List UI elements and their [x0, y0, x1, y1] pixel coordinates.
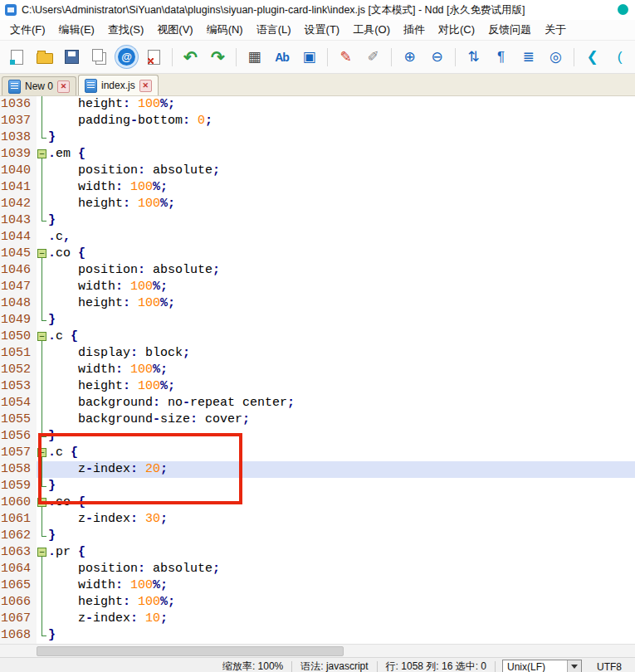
menu-item[interactable]: 编码(N) — [200, 20, 250, 40]
fold-collapse-icon[interactable]: − — [37, 149, 46, 158]
code-line: 1055 background-size: cover; — [0, 411, 635, 428]
code-text[interactable]: width: 100%; — [48, 577, 635, 594]
code-text[interactable]: position: absolute; — [48, 262, 635, 279]
code-text[interactable]: } — [48, 212, 635, 229]
code-text[interactable]: height: 100%; — [48, 295, 635, 312]
toolbar-separator — [236, 48, 237, 66]
code-text[interactable]: } — [48, 428, 635, 445]
horizontal-scrollbar-thumb[interactable] — [37, 646, 344, 656]
menu-item[interactable]: 文件(F) — [3, 20, 52, 40]
close-tab-icon[interactable]: ✕ — [57, 80, 70, 93]
compare-icon[interactable]: ▦ — [243, 46, 266, 68]
new-file-icon[interactable] — [6, 46, 28, 68]
fold-collapse-icon[interactable]: − — [37, 332, 46, 341]
eol-select[interactable]: Unix(LF) — [502, 660, 582, 672]
zoom-in-icon[interactable]: ⊕ — [398, 46, 421, 68]
fold-margin — [37, 411, 48, 428]
code-text[interactable]: background: no-repeat center; — [48, 395, 635, 411]
save-all-icon[interactable] — [88, 46, 110, 68]
code-text[interactable]: padding-bottom: 0; — [48, 113, 635, 129]
chevron-down-icon[interactable] — [567, 660, 581, 672]
save-icon[interactable] — [61, 46, 83, 68]
line-number: 1064 — [0, 561, 37, 577]
code-text[interactable]: display: block; — [48, 345, 635, 362]
code-text[interactable]: z-index: 20; — [48, 461, 635, 478]
eraser-icon[interactable]: ✐ — [362, 46, 384, 68]
code-text[interactable]: width: 100%; — [48, 179, 635, 196]
menu-item[interactable]: 插件 — [397, 20, 432, 40]
code-text[interactable]: background-size: cover; — [48, 411, 635, 428]
code-text[interactable]: .em { — [48, 146, 635, 163]
menu-item[interactable]: 语言(L) — [250, 20, 298, 40]
line-number: 1065 — [0, 577, 37, 594]
line-number: 1061 — [0, 511, 37, 528]
code-text[interactable]: height: 100%; — [48, 196, 635, 212]
close-file-icon[interactable] — [143, 46, 165, 68]
menu-item[interactable]: 对比(C) — [432, 20, 481, 40]
fold-margin: − — [37, 544, 48, 561]
redo-icon[interactable]: ↷ — [207, 46, 229, 68]
menu-item[interactable]: 反馈问题 — [481, 20, 538, 40]
title-bar: C:\Users\Administrator\SiYuan\data\plugi… — [0, 0, 635, 20]
horizontal-scrollbar[interactable] — [0, 644, 635, 657]
status-zoom: 缩放率: 100% — [214, 660, 291, 672]
code-text[interactable]: width: 100%; — [48, 279, 635, 295]
fold-collapse-icon[interactable]: − — [37, 448, 46, 457]
code-text[interactable]: .c { — [48, 329, 635, 345]
fold-collapse-icon[interactable]: − — [37, 548, 46, 557]
code-text[interactable]: position: absolute; — [48, 163, 635, 179]
fold-collapse-icon[interactable]: − — [37, 498, 46, 507]
menu-item[interactable]: 关于 — [538, 20, 573, 40]
code-text[interactable]: } — [48, 478, 635, 494]
sort-lines-icon[interactable]: ⇅ — [462, 46, 485, 68]
chevron-left-icon[interactable]: ❮ — [581, 46, 603, 68]
code-text[interactable]: position: absolute; — [48, 561, 635, 577]
code-text[interactable]: .pr { — [48, 544, 635, 561]
text-mode-icon[interactable]: @ — [118, 48, 135, 66]
overlay-dot-icon[interactable] — [618, 4, 628, 15]
menu-item[interactable]: 编辑(E) — [52, 20, 101, 40]
code-line: 1062} — [0, 528, 635, 544]
encoding-convert-icon[interactable]: Ab — [271, 46, 293, 68]
paren-match-icon[interactable]: ( — [608, 46, 631, 68]
code-text[interactable]: .c, — [48, 229, 635, 246]
code-line: 1060−.co { — [0, 494, 635, 511]
code-line: 1040 position: absolute; — [0, 163, 635, 179]
code-line: 1061 z-index: 30; — [0, 511, 635, 528]
tab-index-js[interactable]: index.js✕ — [78, 75, 159, 95]
code-text[interactable]: } — [48, 129, 635, 146]
code-text[interactable]: z-index: 10; — [48, 611, 635, 627]
code-text[interactable]: width: 100%; — [48, 362, 635, 378]
close-tab-icon[interactable]: ✕ — [139, 80, 152, 92]
toolbar-separator — [574, 48, 574, 66]
code-text[interactable]: .co { — [48, 494, 635, 511]
menu-item[interactable]: 工具(O) — [346, 20, 397, 40]
find-in-files-icon[interactable]: ▣ — [298, 46, 320, 68]
menu-item[interactable]: 设置(T) — [298, 20, 347, 40]
word-wrap-icon[interactable]: ◎ — [545, 46, 567, 68]
mark-pen-icon[interactable]: ✎ — [335, 46, 357, 68]
editor[interactable]: 1036 height: 100%;1037 padding-bottom: 0… — [0, 96, 635, 644]
show-symbols-icon[interactable]: ¶ — [490, 46, 512, 68]
menu-item[interactable]: 查找(S) — [101, 20, 150, 40]
code-text[interactable]: .co { — [48, 246, 635, 262]
code-text[interactable]: } — [48, 312, 635, 329]
undo-icon[interactable]: ↶ — [179, 46, 202, 68]
menu-item[interactable]: 视图(V) — [150, 20, 199, 40]
open-file-icon[interactable] — [33, 46, 56, 68]
code-text[interactable]: z-index: 30; — [48, 511, 635, 528]
code-line: 1046 position: absolute; — [0, 262, 635, 279]
zoom-out-icon[interactable]: ⊖ — [426, 46, 448, 68]
code-text[interactable]: height: 100%; — [48, 96, 635, 113]
indent-guide-icon[interactable]: ≣ — [517, 46, 540, 68]
fold-collapse-icon[interactable]: − — [37, 249, 46, 258]
fold-margin — [37, 196, 48, 212]
code-text[interactable]: .c { — [48, 445, 635, 461]
code-text[interactable]: height: 100%; — [48, 594, 635, 611]
line-number: 1044 — [0, 229, 37, 246]
tab-new-0[interactable]: New 0✕ — [2, 76, 76, 95]
code-text[interactable]: } — [48, 528, 635, 544]
status-syntax: 语法: javascript — [292, 660, 376, 672]
code-text[interactable]: height: 100%; — [48, 378, 635, 395]
code-text[interactable]: } — [48, 627, 635, 644]
